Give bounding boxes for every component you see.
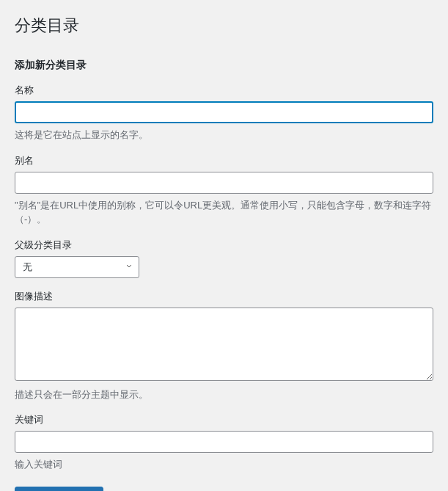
parent-field-group: 父级分类目录 无 [15,239,433,278]
name-help-text: 这将是它在站点上显示的名字。 [15,128,433,142]
name-field-group: 名称 这将是它在站点上显示的名字。 [15,84,433,142]
parent-select-wrapper: 无 [15,256,139,278]
submit-button[interactable]: 添加新分类目录 [15,487,103,492]
slug-help-text: "别名"是在URL中使用的别称，它可以令URL更美观。通常使用小写，只能包含字母… [15,198,433,227]
slug-field-group: 别名 "别名"是在URL中使用的别称，它可以令URL更美观。通常使用小写，只能包… [15,154,433,227]
name-input[interactable] [15,101,433,123]
form-title: 添加新分类目录 [15,59,433,72]
slug-input[interactable] [15,172,433,194]
parent-select[interactable]: 无 [15,256,139,278]
parent-label: 父级分类目录 [15,239,433,252]
keywords-input[interactable] [15,431,433,453]
page-title: 分类目录 [15,15,433,37]
keywords-label: 关键词 [15,413,433,426]
description-label: 图像描述 [15,290,433,303]
description-textarea[interactable] [15,308,433,381]
description-help-text: 描述只会在一部分主题中显示。 [15,388,433,402]
description-field-group: 图像描述 描述只会在一部分主题中显示。 [15,290,433,402]
slug-label: 别名 [15,154,433,167]
keywords-field-group: 关键词 输入关键词 [15,413,433,472]
keywords-help-text: 输入关键词 [15,457,433,472]
name-label: 名称 [15,84,433,97]
